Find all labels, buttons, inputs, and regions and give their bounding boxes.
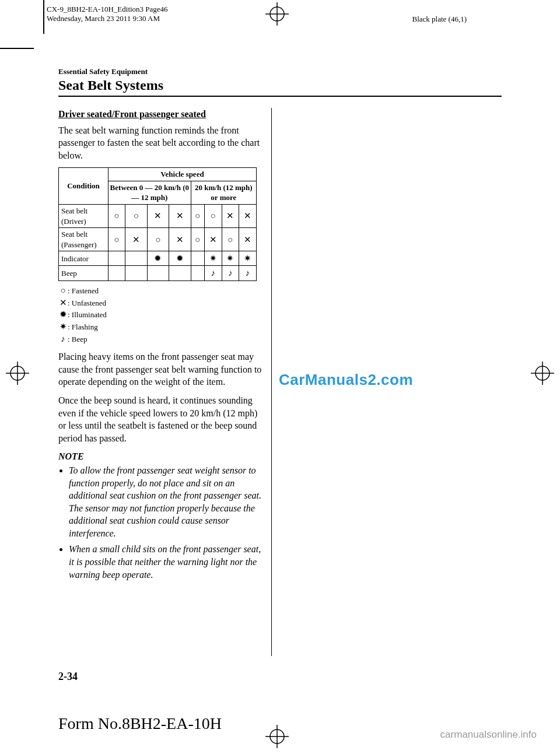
table-header-speed: Vehicle speed [108, 168, 257, 181]
row-label: Beep [59, 266, 108, 280]
intro-paragraph: The seat belt warning function reminds t… [58, 124, 265, 162]
row-label: Seat belt (Passenger) [59, 228, 108, 251]
page-number: 2-34 [58, 671, 78, 683]
note-heading: NOTE [58, 450, 265, 463]
legend: ○: Fastened ✕: Unfastened ✹: Illuminated… [58, 285, 265, 345]
chapter-rule [58, 96, 502, 97]
beep-icon: ♪ [58, 333, 68, 345]
print-header-line1: CX-9_8BH2-EA-10H_Edition3 Page46 [47, 5, 168, 14]
registration-mark-icon [531, 362, 554, 385]
registration-mark-icon [265, 2, 289, 26]
list-item: To allow the front passenger seat weight… [69, 464, 265, 540]
table-header-speed2: 20 km/h (12 mph) or more [191, 181, 256, 204]
seatbelt-condition-table: Condition Vehicle speed Between 0 ― 20 k… [58, 167, 257, 280]
print-header: CX-9_8BH2-EA-10H_Edition3 Page46 Wednesd… [47, 5, 168, 23]
section-subheading: Driver seated/Front passenger seated [58, 108, 265, 121]
table-row: Indicator ✹ ✹ ✷ ✷ ✷ [59, 251, 257, 266]
chapter-label: Essential Safety Equipment [58, 67, 502, 76]
table-row: Seat belt (Passenger) ○ ✕ ○ ✕ ○ ✕ ○ ✕ [59, 228, 257, 251]
table-row: Beep ♪ ♪ ♪ [59, 266, 257, 280]
x-icon: ✕ [58, 297, 68, 308]
circle-icon: ○ [58, 285, 68, 296]
footer-link: carmanualsonline.info [440, 729, 537, 741]
black-plate-label: Black plate (46,1) [412, 15, 467, 24]
chapter-header: Essential Safety Equipment Seat Belt Sys… [58, 67, 502, 97]
row-label: Indicator [59, 251, 108, 266]
row-label: Seat belt (Driver) [59, 205, 108, 228]
registration-mark-icon [265, 725, 289, 748]
table-header-condition: Condition [59, 168, 108, 205]
left-column: Driver seated/Front passenger seated The… [58, 108, 265, 587]
chapter-title: Seat Belt Systems [58, 78, 502, 93]
note-list: To allow the front passenger seat weight… [58, 464, 265, 581]
column-divider [271, 108, 272, 656]
form-number: Form No.8BH2-EA-10H [58, 714, 222, 733]
table-row: Seat belt (Driver) ○ ○ ✕ ✕ ○ ○ ✕ ✕ [59, 205, 257, 228]
registration-mark-icon [6, 362, 29, 385]
illuminated-icon: ✹ [58, 308, 68, 320]
print-header-line2: Wednesday, March 23 2011 9:30 AM [47, 14, 168, 23]
watermark: CarManuals2.com [279, 371, 413, 389]
flashing-icon: ✷ [58, 321, 68, 332]
paragraph-heavy-items: Placing heavy items on the front passeng… [58, 350, 265, 388]
paragraph-beep: Once the beep sound is heard, it continu… [58, 394, 265, 444]
list-item: When a small child sits on the front pas… [69, 543, 265, 581]
table-header-speed1: Between 0 ― 20 km/h (0 ― 12 mph) [108, 181, 191, 204]
